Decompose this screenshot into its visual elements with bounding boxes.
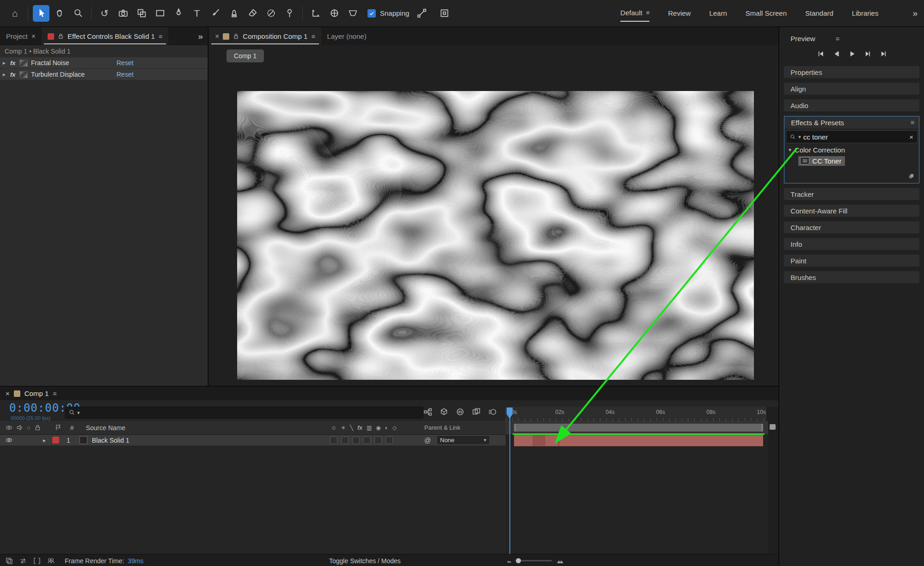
comp-breadcrumb-chip[interactable]: Comp 1 <box>226 49 264 62</box>
panel-bar-audio[interactable]: Audio <box>784 99 919 111</box>
timeline-lane[interactable] <box>506 434 768 554</box>
rotation-tool[interactable]: ↺ <box>96 5 113 22</box>
stacked-squares-icon[interactable] <box>908 173 915 180</box>
first-frame-button[interactable] <box>815 49 826 59</box>
local-axis-mode-button[interactable] <box>307 5 324 22</box>
timeline-zoom-slider[interactable] <box>517 560 552 561</box>
workspace-tab-libraries[interactable]: Libraries <box>852 5 879 21</box>
zoom-tool[interactable] <box>70 5 86 22</box>
roto-brush-tool[interactable] <box>263 5 279 22</box>
type-tool[interactable]: T <box>189 5 205 22</box>
brush-tool[interactable] <box>207 5 224 22</box>
snapping-checkbox[interactable] <box>367 9 376 18</box>
tab-effect-controls[interactable]: Effect Controls Black Solid 1 ≡ <box>42 27 168 45</box>
pickwhip-icon[interactable]: @ <box>424 437 431 444</box>
previous-frame-button[interactable] <box>831 49 841 59</box>
home-button[interactable]: ⌂ <box>6 5 23 22</box>
panel-menu-icon[interactable]: ≡ <box>911 119 914 126</box>
close-icon[interactable]: × <box>31 32 36 41</box>
view-axis-mode-button[interactable] <box>344 5 361 22</box>
panel-bar-properties[interactable]: Properties <box>784 66 919 78</box>
layer-expander[interactable]: ▸ <box>43 437 46 444</box>
clone-stamp-tool[interactable] <box>226 5 242 22</box>
panel-bar-tracker[interactable]: Tracker <box>784 188 919 200</box>
playhead-line[interactable] <box>509 408 510 554</box>
play-button[interactable] <box>847 49 857 59</box>
lock-column-icon[interactable] <box>34 424 41 431</box>
tab-project[interactable]: Project × <box>0 27 42 45</box>
shy-column-icon[interactable]: ☺ <box>331 425 337 431</box>
workspace-tab-review[interactable]: Review <box>668 5 691 21</box>
timeline-search-input[interactable]: ▾ <box>65 407 423 419</box>
close-icon[interactable]: × <box>215 32 219 41</box>
mini-flowchart-icon[interactable] <box>423 408 432 416</box>
clear-search-icon[interactable]: × <box>909 133 913 141</box>
pan-behind-tool[interactable] <box>133 5 150 22</box>
chevron-down-icon[interactable]: ▾ <box>789 147 791 153</box>
effect-item-cc-toner[interactable]: 32 CC Toner <box>784 155 919 166</box>
panel-menu-icon[interactable]: ≡ <box>53 390 56 397</box>
collapse-column-icon[interactable]: ☀ <box>341 425 346 431</box>
last-fr ame-button[interactable] <box>878 49 888 59</box>
work-area-bar[interactable] <box>514 424 763 432</box>
camera-tool[interactable] <box>115 5 131 22</box>
layer-row[interactable]: ▸ 1 Black Solid 1 @ None ▾ <box>0 435 506 446</box>
workspace-tab-learn[interactable]: Learn <box>709 5 727 21</box>
rectangle-tool[interactable] <box>152 5 168 22</box>
snap-inside-comps-button[interactable] <box>436 5 453 22</box>
audio-column-icon[interactable] <box>16 424 23 431</box>
zoom-in-mountains-icon[interactable] <box>557 557 564 565</box>
toggle-switches-modes-button[interactable]: Toggle Switches / Modes <box>329 557 401 565</box>
puppet-pin-tool[interactable] <box>281 5 298 22</box>
hand-tool[interactable] <box>51 5 68 22</box>
reset-link[interactable]: Reset <box>116 71 134 78</box>
layer-duration-bar[interactable] <box>514 435 763 446</box>
search-options-icon[interactable]: ▾ <box>77 410 80 416</box>
layer-switch[interactable] <box>330 437 337 444</box>
parent-link-column-header[interactable]: Parent & Link <box>424 424 460 431</box>
frame-blend-column-icon[interactable]: ▥ <box>367 425 372 431</box>
tab-layer[interactable]: Layer (none) <box>321 27 373 45</box>
layer-switch[interactable] <box>363 437 371 444</box>
in-out-pane-toggle-icon[interactable] <box>33 557 41 565</box>
switches-pane-toggle-icon[interactable] <box>6 557 13 565</box>
solo-column-icon[interactable]: ○ <box>27 424 31 431</box>
panel-bar-content-aware-fill[interactable]: Content-Aware Fill <box>784 205 919 217</box>
zoom-out-mountains-icon[interactable] <box>507 558 512 564</box>
panel-menu-icon[interactable]: ≡ <box>836 35 839 43</box>
3d-column-icon[interactable]: ◇ <box>392 425 397 431</box>
reset-link[interactable]: Reset <box>116 59 134 67</box>
parent-select[interactable]: None ▾ <box>436 435 490 445</box>
world-axis-mode-button[interactable] <box>326 5 343 22</box>
layer-name[interactable]: Black Solid 1 <box>92 437 129 444</box>
source-name-column-header[interactable]: Source Name <box>86 424 126 432</box>
comp-marker-bin-icon[interactable] <box>770 424 776 430</box>
motion-blur-column-icon[interactable]: ◉ <box>376 425 380 431</box>
snap-beyond-edges-button[interactable] <box>413 5 430 22</box>
layer-switch[interactable] <box>374 437 382 444</box>
chevron-right-icon[interactable]: ▸ <box>3 60 10 66</box>
effect-row-turbulent-displace[interactable]: ▸ fx Turbulent Displace Reset <box>0 69 208 80</box>
panel-bar-paint[interactable]: Paint <box>784 255 919 267</box>
effect-row-fractal-noise[interactable]: ▸ fx Fractal Noise Reset <box>0 57 208 69</box>
workspace-tab-small-screen[interactable]: Small Screen <box>746 5 787 21</box>
fx-column-icon[interactable]: fx <box>357 425 362 431</box>
pen-tool[interactable] <box>170 5 187 22</box>
panel-menu-icon[interactable]: ≡ <box>159 33 162 40</box>
panel-bar-align[interactable]: Align <box>784 83 919 95</box>
next-frame-button[interactable] <box>863 49 873 59</box>
motion-blur-icon[interactable] <box>488 408 497 416</box>
workspace-menu-icon[interactable]: ≡ <box>646 9 650 16</box>
panel-menu-icon[interactable]: ≡ <box>311 33 315 40</box>
adjustment-column-icon[interactable]: ◐ <box>385 425 388 431</box>
transfer-controls-pane-toggle-icon[interactable] <box>19 557 27 565</box>
tab-composition[interactable]: × Composition Comp 1 ≡ <box>209 27 321 45</box>
timeline-tab-label[interactable]: Comp 1 <box>24 390 49 397</box>
draft-3d-icon[interactable] <box>440 408 448 416</box>
panel-bar-brushes[interactable]: Brushes <box>784 271 919 283</box>
workspace-tab-default[interactable]: Default≡ <box>620 5 649 22</box>
panel-bar-info[interactable]: Info <box>784 238 919 250</box>
layer-switch[interactable] <box>352 437 360 444</box>
tab-overflow-icon[interactable]: » <box>198 31 203 42</box>
label-column-icon[interactable] <box>55 424 62 431</box>
